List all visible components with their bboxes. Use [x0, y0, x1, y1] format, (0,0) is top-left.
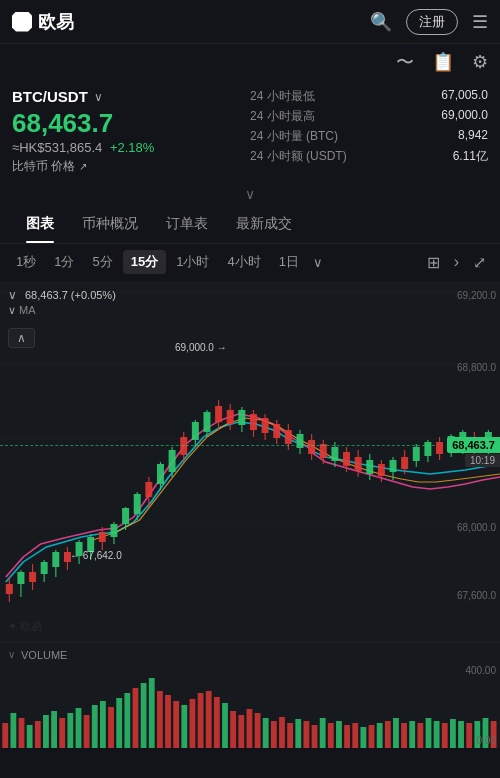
- svg-rect-14: [52, 552, 59, 567]
- tab-overview[interactable]: 币种概况: [68, 205, 152, 243]
- annotation-high: 69,000.0 →: [175, 342, 227, 353]
- period-4h[interactable]: 4小时: [219, 250, 268, 274]
- annotation-low: ← 67,642.0: [70, 550, 122, 561]
- svg-rect-30: [145, 482, 152, 497]
- svg-rect-104: [124, 693, 130, 748]
- y-label-4: 68,000.0: [457, 522, 496, 533]
- svg-rect-64: [343, 452, 350, 466]
- chart-price-info: 68,463.7 (+0.05%): [25, 289, 116, 301]
- stat-label-3: 24 小时额 (USDT): [250, 148, 347, 165]
- stat-label-0: 24 小时最低: [250, 88, 315, 105]
- svg-rect-114: [206, 691, 212, 748]
- svg-rect-135: [377, 723, 383, 748]
- svg-rect-42: [215, 406, 222, 422]
- stat-value-1: 69,000.0: [441, 108, 488, 125]
- search-icon[interactable]: 🔍: [370, 11, 392, 33]
- svg-rect-102: [108, 707, 114, 748]
- svg-rect-97: [67, 713, 73, 748]
- main-price: 68,463.7: [12, 109, 250, 138]
- svg-rect-94: [43, 715, 49, 748]
- svg-rect-44: [227, 410, 234, 424]
- svg-rect-91: [19, 718, 25, 748]
- y-label-5: 67,600.0: [457, 590, 496, 601]
- svg-rect-96: [59, 718, 65, 748]
- stat-value-0: 67,005.0: [441, 88, 488, 105]
- logo-text: 欧易: [38, 10, 74, 34]
- svg-rect-106: [141, 683, 147, 748]
- vol-y-top: 400.00: [465, 665, 496, 676]
- period-15m[interactable]: 15分: [123, 250, 166, 274]
- tab-trades[interactable]: 最新成交: [222, 205, 306, 243]
- svg-rect-144: [450, 719, 456, 748]
- svg-rect-28: [134, 494, 141, 514]
- period-dropdown[interactable]: ∨: [309, 252, 327, 273]
- svg-rect-46: [238, 410, 245, 425]
- document-icon[interactable]: 📋: [432, 51, 454, 73]
- hk-price-value: ≈HK$531,865.4: [12, 140, 102, 155]
- svg-rect-142: [434, 721, 440, 748]
- svg-rect-141: [426, 718, 432, 748]
- svg-rect-125: [295, 719, 301, 748]
- price-left: BTC/USDT ∨ 68,463.7 ≈HK$531,865.4 +2.18%…: [12, 88, 250, 175]
- svg-rect-70: [378, 464, 385, 476]
- svg-rect-145: [458, 721, 464, 748]
- period-5m[interactable]: 5分: [84, 250, 120, 274]
- svg-rect-89: [2, 723, 8, 748]
- period-1d[interactable]: 1日: [271, 250, 307, 274]
- stat-label-2: 24 小时量 (BTC): [250, 128, 338, 145]
- svg-rect-118: [238, 715, 244, 748]
- svg-rect-72: [390, 460, 397, 472]
- period-1m[interactable]: 1分: [46, 250, 82, 274]
- tab-chart[interactable]: 图表: [12, 205, 68, 243]
- volume-collapse-icon[interactable]: ∨: [8, 649, 15, 660]
- svg-rect-32: [157, 464, 164, 484]
- svg-rect-121: [263, 718, 269, 748]
- svg-rect-112: [190, 699, 196, 748]
- period-row: 1秒 1分 5分 15分 1小时 4小时 1日 ∨ ⊞ › ⤢: [0, 244, 500, 282]
- svg-rect-139: [409, 721, 415, 748]
- period-1s[interactable]: 1秒: [8, 250, 44, 274]
- period-1h[interactable]: 1小时: [168, 250, 217, 274]
- svg-rect-92: [27, 725, 33, 748]
- settings-icon[interactable]: ⚙: [472, 51, 488, 73]
- chart-info-row: ∨ 68,463.7 (+0.05%): [8, 288, 116, 302]
- logo: 欧易: [12, 10, 74, 34]
- main-chart: 69,200.0 68,800.0 68,463.7 68,000.0 67,6…: [0, 282, 500, 642]
- stat-row-0: 24 小时最低 67,005.0: [250, 88, 488, 105]
- svg-rect-99: [84, 715, 90, 748]
- svg-rect-109: [165, 695, 171, 748]
- svg-rect-38: [192, 422, 199, 440]
- svg-rect-108: [157, 691, 163, 748]
- collapse-chart-button[interactable]: ∧: [8, 328, 35, 348]
- menu-icon[interactable]: ☰: [472, 11, 488, 33]
- register-button[interactable]: 注册: [406, 9, 458, 35]
- indicators-icon[interactable]: ⊞: [421, 250, 446, 275]
- stat-row-1: 24 小时最高 69,000.0: [250, 108, 488, 125]
- svg-rect-146: [466, 723, 472, 748]
- svg-rect-62: [331, 447, 338, 461]
- svg-rect-120: [255, 713, 261, 748]
- header: 欧易 🔍 注册 ☰: [0, 0, 500, 44]
- expand-icon[interactable]: ›: [448, 250, 465, 274]
- stat-label-1: 24 小时最高: [250, 108, 315, 125]
- pair-name[interactable]: BTC/USDT: [12, 88, 88, 105]
- external-link-icon: ↗: [79, 161, 87, 172]
- svg-rect-124: [287, 723, 293, 748]
- fullscreen-icon[interactable]: ⤢: [467, 250, 492, 275]
- svg-rect-6: [6, 584, 13, 594]
- btc-label: 比特币 价格: [12, 158, 75, 175]
- volume-title: VOLUME: [21, 649, 67, 661]
- volume-chart-container: 400.00 0.00: [0, 663, 500, 748]
- collapse-row[interactable]: ∨: [0, 183, 500, 205]
- chevron-down-icon: ∨: [245, 186, 255, 202]
- pulse-icon[interactable]: 〜: [396, 50, 414, 74]
- candlestick-chart: [0, 282, 500, 642]
- chart-ma-row: ∨ MA: [8, 304, 36, 317]
- vol-y-bottom: 0.00: [477, 735, 496, 746]
- btc-link[interactable]: 比特币 价格 ↗: [12, 158, 250, 175]
- stat-value-2: 8,942: [458, 128, 488, 145]
- current-time-label: 10:19: [465, 454, 500, 467]
- pair-dropdown-icon[interactable]: ∨: [94, 90, 103, 104]
- tab-orderbook[interactable]: 订单表: [152, 205, 222, 243]
- svg-rect-76: [413, 447, 420, 461]
